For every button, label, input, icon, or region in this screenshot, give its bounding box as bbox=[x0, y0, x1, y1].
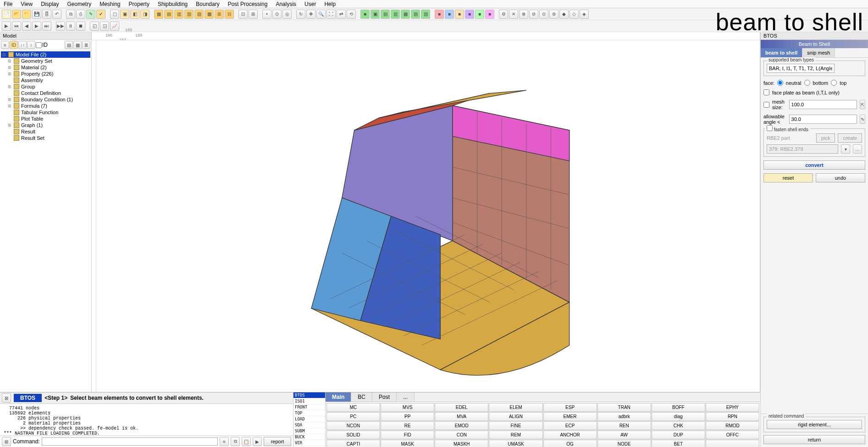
pick-icon[interactable]: ⊙ bbox=[272, 10, 282, 19]
tree-btn-4[interactable]: ↕ bbox=[27, 41, 35, 49]
tree-id-checkbox[interactable] bbox=[36, 42, 42, 48]
grid1-icon[interactable]: ▦ bbox=[154, 10, 163, 19]
cmd-button[interactable]: NODE bbox=[597, 440, 651, 447]
pan-icon[interactable]: ✥ bbox=[306, 10, 315, 19]
cmd-button[interactable]: ESP bbox=[543, 403, 597, 412]
new-icon[interactable]: 📄 bbox=[2, 10, 11, 19]
tree-item[interactable]: ⊞Material (2) bbox=[1, 64, 90, 71]
list-item[interactable]: ISO1 bbox=[293, 398, 325, 404]
face-top-radio[interactable] bbox=[831, 80, 837, 86]
c4-icon[interactable]: ■ bbox=[465, 10, 474, 19]
cmd-button[interactable]: DUP bbox=[652, 430, 705, 439]
cube3-icon[interactable]: ◨ bbox=[140, 10, 149, 19]
menu-user[interactable]: User bbox=[304, 1, 316, 7]
cmd-close-icon[interactable]: ⊠ bbox=[2, 437, 11, 446]
x3-icon[interactable]: ⊘ bbox=[529, 10, 538, 19]
cmd-button[interactable]: REN bbox=[597, 421, 651, 430]
x7-icon[interactable]: ◇ bbox=[569, 10, 579, 19]
cmd-button[interactable]: MVA bbox=[435, 412, 488, 421]
grid5-icon[interactable]: ▨ bbox=[194, 10, 204, 19]
edit-icon[interactable]: ✎ bbox=[86, 10, 95, 19]
menu-shipbuilding[interactable]: Shipbuilding bbox=[158, 1, 188, 7]
tree-item[interactable]: Contact Definition bbox=[1, 90, 90, 96]
list-item[interactable]: SDA bbox=[293, 422, 325, 428]
viewport-3d[interactable]: 186 187 188 189 bbox=[92, 32, 760, 447]
face-bottom-radio[interactable] bbox=[804, 80, 810, 86]
g5-icon[interactable]: ▦ bbox=[401, 10, 410, 19]
gear-icon[interactable]: ⚙ bbox=[499, 10, 508, 19]
saveall-icon[interactable]: 🗄 bbox=[42, 10, 51, 19]
cmd-button[interactable]: PP bbox=[381, 412, 434, 421]
x5-icon[interactable]: ⊚ bbox=[549, 10, 558, 19]
mark-icon[interactable]: ✔ bbox=[96, 10, 105, 19]
cmd-button[interactable]: EMOD bbox=[435, 421, 488, 430]
fit-icon[interactable]: ⛶ bbox=[326, 10, 336, 19]
tree-item[interactable]: ⊞Boundary Condition (1) bbox=[1, 96, 90, 103]
cmd-button[interactable]: ECP bbox=[543, 421, 597, 430]
meshsize-extra-icon[interactable]: ⇱ bbox=[860, 100, 865, 109]
list-item[interactable]: FRONT bbox=[293, 404, 325, 410]
menu-postprocessing[interactable]: Post Processing bbox=[228, 1, 268, 7]
tree-item[interactable]: ⊞Geometry Set bbox=[1, 58, 90, 64]
save-icon[interactable]: 💾 bbox=[32, 10, 41, 19]
tab-main[interactable]: Main bbox=[326, 392, 351, 402]
menu-meshing[interactable]: Meshing bbox=[100, 1, 120, 7]
tree-btn-2[interactable]: ID bbox=[10, 41, 18, 49]
cmd-button[interactable]: CON bbox=[435, 430, 488, 439]
tree-item[interactable]: ⊞Group bbox=[1, 83, 90, 90]
cmd-button[interactable]: RPN bbox=[706, 412, 759, 421]
x6-icon[interactable]: ◆ bbox=[559, 10, 569, 19]
cmd-button[interactable]: ANCHOR bbox=[543, 430, 597, 439]
reset-button[interactable]: reset bbox=[763, 173, 813, 182]
list-item[interactable]: BTOS bbox=[293, 392, 325, 398]
cmd-button[interactable]: NCON bbox=[326, 421, 380, 430]
cmd-button[interactable] bbox=[706, 440, 759, 447]
cube2-icon[interactable]: ◧ bbox=[130, 10, 139, 19]
cmd-button[interactable]: EPHY bbox=[706, 403, 759, 412]
pause-icon[interactable]: ⏸ bbox=[66, 22, 75, 31]
open2-icon[interactable]: 📁 bbox=[22, 10, 31, 19]
list-item[interactable]: LOAD bbox=[293, 416, 325, 422]
tab-beam-to-shell[interactable]: beam to shell bbox=[761, 48, 802, 57]
cube-icon[interactable]: ▣ bbox=[120, 10, 129, 19]
g4-icon[interactable]: ▥ bbox=[391, 10, 400, 19]
tab-post[interactable]: Post bbox=[372, 392, 397, 402]
list-item[interactable]: TOP bbox=[293, 410, 325, 416]
menu-analysis[interactable]: Analysis bbox=[276, 1, 296, 7]
c3-icon[interactable]: ■ bbox=[455, 10, 464, 19]
box-icon[interactable]: ▢ bbox=[110, 10, 119, 19]
rotate-icon[interactable]: ↻ bbox=[296, 10, 305, 19]
c1-icon[interactable]: ■ bbox=[435, 10, 444, 19]
target-icon[interactable]: ◎ bbox=[282, 10, 292, 19]
open-icon[interactable]: 📂 bbox=[12, 10, 21, 19]
pick-button[interactable]: pick bbox=[816, 133, 835, 143]
face-neutral-radio[interactable] bbox=[777, 80, 783, 86]
cmd-list-icon[interactable]: ≡ bbox=[220, 437, 229, 446]
cmd-run-icon[interactable]: ▶ bbox=[253, 437, 262, 446]
flip-icon[interactable]: ⇄ bbox=[337, 10, 346, 19]
cmd-button[interactable]: FINE bbox=[489, 421, 542, 430]
grid6-icon[interactable]: ▩ bbox=[205, 10, 214, 19]
play-icon[interactable]: ▶ bbox=[2, 22, 11, 31]
cmd-copy-icon[interactable]: ⧉ bbox=[231, 437, 240, 446]
cmd-button[interactable]: OG bbox=[543, 440, 597, 447]
menu-help[interactable]: Help bbox=[324, 1, 336, 7]
cmd-button[interactable]: BOFF bbox=[652, 403, 705, 412]
cmd-button[interactable]: CAPTI bbox=[326, 440, 380, 447]
cmd-button[interactable]: PC bbox=[326, 412, 380, 421]
cmd-button[interactable]: RMOD bbox=[706, 421, 759, 430]
angle-extra-icon[interactable]: ✎ bbox=[860, 115, 865, 124]
convert-button[interactable]: convert bbox=[763, 160, 865, 170]
tile-icon[interactable]: ⊡ bbox=[238, 10, 248, 19]
c5-icon[interactable]: ■ bbox=[475, 10, 484, 19]
zoom-icon[interactable]: 🔍 bbox=[316, 10, 326, 19]
cmd-button[interactable]: OFFC bbox=[706, 430, 759, 439]
cube4-icon[interactable]: ◱ bbox=[90, 22, 99, 31]
cmd-button[interactable]: FID bbox=[381, 430, 434, 439]
rotx-icon[interactable]: ⟲ bbox=[347, 10, 356, 19]
g7-icon[interactable]: ▨ bbox=[421, 10, 430, 19]
cmd-button[interactable]: MC bbox=[326, 403, 380, 412]
list-item[interactable]: VER bbox=[293, 440, 325, 446]
cmd-paste-icon[interactable]: 📋 bbox=[242, 437, 251, 446]
tab-more[interactable]: ... bbox=[397, 392, 415, 402]
